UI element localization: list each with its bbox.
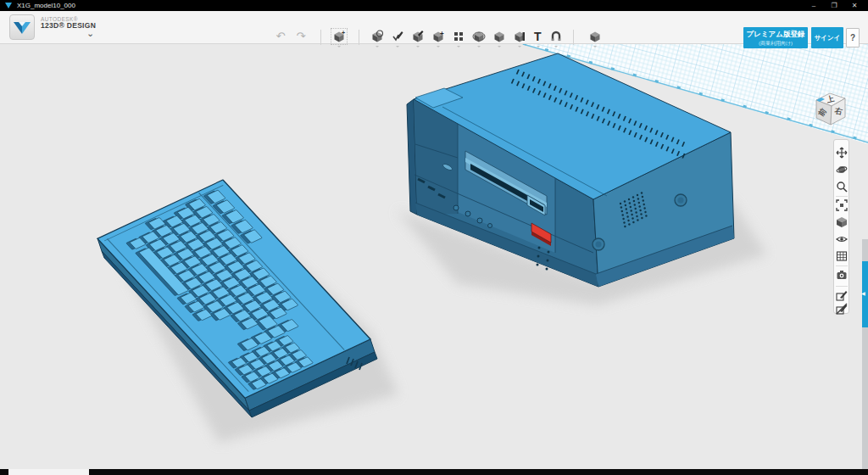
tool-sketch[interactable] <box>389 29 406 46</box>
toolbar-separator <box>573 30 574 45</box>
pan-icon[interactable] <box>836 147 848 159</box>
nav-separator <box>836 265 848 266</box>
tool-modify[interactable]: + <box>430 29 447 46</box>
tool-construct[interactable] <box>409 29 426 46</box>
3d-viewport[interactable] <box>0 44 868 469</box>
primitives-icon <box>370 30 384 43</box>
tool-snap[interactable] <box>548 29 565 46</box>
fit-icon[interactable] <box>836 199 848 211</box>
snap-magnet-icon <box>549 30 563 43</box>
close-button[interactable]: ✕ <box>844 0 865 11</box>
redo-button[interactable]: ↷ <box>292 29 309 46</box>
transform-icon: + <box>332 30 346 43</box>
toolbar-separator <box>320 30 321 45</box>
tool-transform[interactable]: + <box>331 29 348 46</box>
tool-text[interactable]: T <box>530 29 547 46</box>
measure-icon <box>513 30 526 43</box>
orbit-icon[interactable] <box>836 164 848 176</box>
minimize-button[interactable]: – <box>804 0 824 11</box>
pattern-icon <box>452 30 465 43</box>
tool-measure[interactable] <box>511 29 528 46</box>
tool-primitives[interactable] <box>369 29 386 46</box>
panel-scroll-thumb[interactable]: ◀ <box>862 261 868 327</box>
materials-icon[interactable] <box>836 250 848 262</box>
zoom-icon[interactable] <box>836 181 848 193</box>
toolbar: AUTODESK® 123D® DESIGN ⌄ ↶ ↷ + + <box>0 11 868 44</box>
premium-sublabel: (商業利用向け) <box>743 40 808 48</box>
sketch-icon <box>391 30 404 43</box>
maximize-button[interactable]: ❐ <box>824 0 844 11</box>
nav-separator <box>836 286 848 287</box>
svg-text:+: + <box>440 30 444 37</box>
tool-combine[interactable] <box>491 29 508 46</box>
123d-logo-icon <box>10 15 34 39</box>
app-icon <box>5 3 12 8</box>
tool-grouping[interactable] <box>470 29 487 46</box>
toolbar-separator <box>359 30 359 45</box>
view-cube-icon <box>588 30 602 43</box>
visibility-eye-icon[interactable] <box>836 233 848 245</box>
view-cube[interactable]: 上 前 右 <box>807 90 854 134</box>
text-icon: T <box>531 30 545 43</box>
panel-scroll-track[interactable]: ◀ <box>862 239 868 472</box>
title-bar: X1G_model10_000 – ❐ ✕ <box>0 0 868 11</box>
canvas-area: 上 前 右 ◀ グリッドを編集 長さスナップ 角度スナップ <box>0 44 868 469</box>
tool-view[interactable] <box>587 29 604 46</box>
screenshot-camera-icon[interactable] <box>836 269 848 281</box>
hide-sketches-icon[interactable] <box>836 303 848 315</box>
viewcube-right-face[interactable]: 右 <box>833 106 843 116</box>
collapse-arrow-icon[interactable]: ◀ <box>861 290 865 296</box>
modify-icon: + <box>431 30 445 43</box>
premium-label: プレミアム版登録 <box>743 30 808 40</box>
combine-icon <box>492 30 506 43</box>
undo-button[interactable]: ↶ <box>272 29 289 46</box>
show-sketches-icon[interactable] <box>836 289 848 301</box>
taskbar-sliver <box>0 469 868 475</box>
window-title: X1G_model10_000 <box>17 2 75 9</box>
shaded-view-icon[interactable] <box>836 216 848 228</box>
nav-separator <box>836 196 848 197</box>
svg-text:+: + <box>342 30 345 36</box>
app-logo[interactable] <box>9 14 35 40</box>
svg-text:T: T <box>534 30 542 43</box>
taskbar-item[interactable] <box>8 469 89 475</box>
chevron-down-icon[interactable]: ⌄ <box>86 28 94 39</box>
help-button[interactable]: ? <box>846 28 860 48</box>
grouping-icon <box>472 30 486 43</box>
view-nav-panel <box>833 139 849 314</box>
tool-pattern[interactable] <box>450 29 467 46</box>
premium-register-button[interactable]: プレミアム版登録 (商業利用向け) <box>743 27 808 48</box>
construct-icon <box>411 30 425 43</box>
sign-in-button[interactable]: サインイン <box>811 27 843 48</box>
